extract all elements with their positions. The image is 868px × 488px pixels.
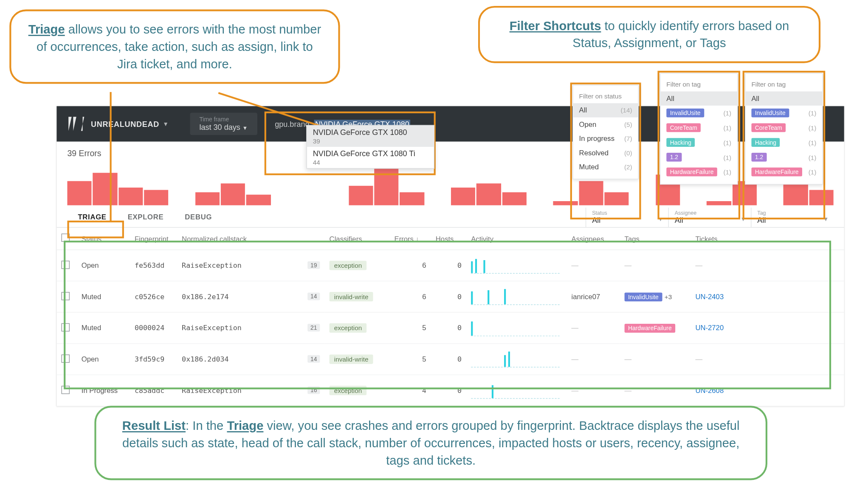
col-fingerprint[interactable]: Fingerprint	[130, 228, 177, 250]
table-row[interactable]: Openfe563ddRaiseException19exception60——…	[56, 250, 844, 281]
popover-item[interactable]: HardwareFailure(1)	[660, 165, 737, 179]
cell-tags: HardwareFailure	[620, 312, 691, 344]
popover-item[interactable]: InvalidUsite(1)	[746, 106, 823, 121]
cell-classifier: invalid-write	[325, 281, 390, 312]
popover-item[interactable]: Resolved(0)	[573, 146, 638, 160]
col-errors[interactable]: Errors ↓	[389, 228, 431, 250]
cell-ticket: UN-2403	[690, 281, 844, 312]
cell-callstack: 0x186.2d03414	[177, 344, 325, 375]
row-checkbox[interactable]	[62, 261, 70, 269]
select-all-checkbox[interactable]	[62, 233, 70, 241]
cell-callstack: RaiseException16	[177, 375, 325, 406]
cell-tags: InvalidUsite+3	[620, 281, 691, 312]
filter-select-tag[interactable]: Tag All ▼	[751, 208, 834, 227]
project-caret-icon[interactable]: ▼	[163, 121, 169, 127]
popover-item[interactable]: All(14)	[573, 103, 638, 117]
cell-tags: —	[620, 250, 691, 281]
popover-item[interactable]: Muted(2)	[573, 160, 638, 174]
table-row[interactable]: In Progressc85addcRaiseException16except…	[56, 375, 844, 406]
col-activity[interactable]: Activity	[466, 228, 566, 250]
popover-item[interactable]: All	[746, 91, 823, 105]
col-tags[interactable]: Tags	[620, 228, 691, 250]
cell-status: Muted	[77, 281, 130, 312]
connector-triage	[110, 92, 112, 222]
results-table: Status Fingerprint Normalized callstack …	[56, 228, 844, 407]
table-row[interactable]: Mutedc0526ce0x186.2e17414invalid-write60…	[56, 281, 844, 312]
cell-callstack: RaiseException19	[177, 250, 325, 281]
popover-item[interactable]: CoreTeam(1)	[746, 121, 823, 135]
cell-errors: 5	[389, 344, 431, 375]
col-status[interactable]: Status	[77, 228, 130, 250]
tag-pill[interactable]: InvalidUsite	[625, 292, 662, 301]
cell-fingerprint: c85addc	[130, 375, 177, 406]
timeframe-value: last 30 days ▼	[199, 123, 248, 132]
popover-item[interactable]: HardwareFailure(1)	[746, 165, 823, 179]
cell-assignee: —	[566, 344, 620, 375]
autocomplete-item[interactable]: NVIDIA GeForce GTX 108039	[307, 126, 434, 147]
cell-activity	[466, 375, 566, 406]
table-row[interactable]: Muted0000024RaiseException21exception50—…	[56, 312, 844, 344]
chevron-down-icon: ▼	[740, 216, 746, 222]
ticket-link[interactable]: UN-2403	[695, 292, 724, 300]
col-callstack[interactable]: Normalized callstack	[177, 228, 325, 250]
cell-ticket: UN-2720	[690, 312, 844, 344]
popover-item[interactable]: Hacking(1)	[660, 135, 737, 150]
ticket-link[interactable]: UN-2720	[695, 324, 724, 332]
cell-hosts: 0	[431, 250, 466, 281]
popover-item[interactable]: Open(5)	[573, 118, 638, 132]
ticket-link[interactable]: UN-2608	[695, 386, 724, 394]
popover-item[interactable]: CoreTeam(1)	[660, 121, 737, 135]
filter-select-status[interactable]: Status All ▼	[586, 208, 668, 227]
row-checkbox[interactable]	[62, 354, 70, 362]
filter-select-assignee[interactable]: Assignee All ▼	[668, 208, 751, 227]
cell-activity	[466, 281, 566, 312]
chevron-down-icon: ▼	[658, 216, 664, 222]
timeframe-selector[interactable]: Time frame last 30 days ▼	[190, 112, 257, 135]
cell-assignee: —	[566, 250, 620, 281]
cell-hosts: 0	[431, 344, 466, 375]
popover-item[interactable]: InvalidUsite(1)	[660, 106, 737, 121]
cell-tags: —	[620, 375, 691, 406]
cell-fingerprint: 0000024	[130, 312, 177, 344]
cell-hosts: 0	[431, 312, 466, 344]
timeframe-label: Time frame	[199, 116, 248, 123]
row-checkbox[interactable]	[62, 323, 70, 331]
col-tickets[interactable]: Tickets	[690, 228, 844, 250]
row-checkbox[interactable]	[62, 385, 70, 393]
tag-pill[interactable]: HardwareFailure	[625, 323, 675, 332]
cell-fingerprint: c0526ce	[130, 281, 177, 312]
cell-activity	[466, 312, 566, 344]
cell-errors: 6	[389, 250, 431, 281]
callout-result-list: Result List: In the Triage view, you see…	[94, 406, 767, 480]
cell-status: In Progress	[77, 375, 130, 406]
tab-row: TRIAGE EXPLORE DEBUG Status All ▼ Assign…	[56, 205, 844, 228]
autocomplete-item[interactable]: NVIDIA GeForce GTX 1080 Ti44	[307, 147, 434, 168]
autocomplete-dropdown: NVIDIA GeForce GTX 108039NVIDIA GeForce …	[306, 125, 434, 169]
popover-title: Filter on tag	[746, 79, 823, 92]
popover-item[interactable]: All	[660, 91, 737, 105]
row-checkbox[interactable]	[62, 292, 70, 300]
cell-ticket: —	[690, 250, 844, 281]
cell-classifier: invalid-write	[325, 344, 390, 375]
cell-assignee: —	[566, 312, 620, 344]
col-classifiers[interactable]: Classifiers	[325, 228, 390, 250]
popover-filter-status: Filter on statusAll(14)Open(5)In progres…	[572, 85, 639, 179]
cell-errors: 5	[389, 312, 431, 344]
tab-debug[interactable]: DEBUG	[174, 206, 223, 227]
popover-item[interactable]: 1.2(1)	[746, 150, 823, 165]
tab-explore[interactable]: EXPLORE	[117, 206, 175, 227]
logo-icon	[66, 115, 85, 133]
popover-item[interactable]: Hacking(1)	[746, 135, 823, 150]
col-hosts[interactable]: Hosts	[431, 228, 466, 250]
cell-status: Open	[77, 250, 130, 281]
popover-item[interactable]: 1.2(1)	[660, 150, 737, 165]
cell-ticket: —	[690, 344, 844, 375]
table-row[interactable]: Open3fd59c90x186.2d03414invalid-write50—…	[56, 344, 844, 375]
project-name[interactable]: UNREALUNDEAD	[91, 119, 159, 128]
cell-hosts: 0	[431, 375, 466, 406]
popover-item[interactable]: In progress(7)	[573, 132, 638, 146]
col-assignees[interactable]: Assignees	[566, 228, 620, 250]
cell-assignee: ianrice07	[566, 281, 620, 312]
cell-callstack: RaiseException21	[177, 312, 325, 344]
cell-classifier: exception	[325, 375, 390, 406]
